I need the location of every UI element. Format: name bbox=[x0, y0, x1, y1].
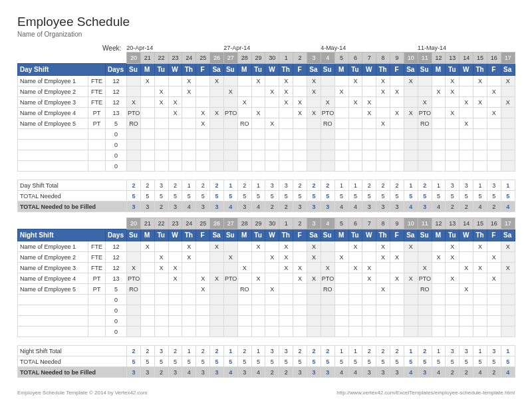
shift-cell[interactable] bbox=[307, 140, 321, 150]
shift-cell[interactable] bbox=[501, 327, 515, 337]
shift-cell[interactable] bbox=[446, 327, 460, 337]
employee-name[interactable] bbox=[18, 150, 88, 161]
shift-cell[interactable]: X bbox=[307, 252, 321, 263]
employee-days[interactable]: 12 bbox=[106, 252, 127, 263]
shift-cell[interactable] bbox=[154, 327, 168, 337]
shift-cell[interactable] bbox=[362, 252, 376, 263]
employee-name[interactable] bbox=[18, 161, 88, 172]
shift-cell[interactable]: X bbox=[265, 252, 279, 263]
shift-cell[interactable] bbox=[362, 161, 376, 172]
shift-cell[interactable] bbox=[265, 108, 279, 118]
employee-type[interactable]: PT bbox=[88, 118, 106, 129]
shift-cell[interactable] bbox=[168, 140, 182, 150]
shift-cell[interactable] bbox=[446, 305, 460, 316]
shift-cell[interactable]: X bbox=[154, 263, 168, 273]
shift-cell[interactable] bbox=[182, 263, 196, 273]
shift-cell[interactable] bbox=[182, 295, 196, 305]
shift-cell[interactable] bbox=[140, 161, 154, 172]
shift-cell[interactable] bbox=[279, 140, 293, 150]
shift-cell[interactable]: X bbox=[376, 86, 390, 97]
shift-cell[interactable] bbox=[154, 273, 168, 284]
shift-cell[interactable] bbox=[140, 327, 154, 337]
shift-cell[interactable] bbox=[223, 118, 237, 129]
shift-cell[interactable]: X bbox=[460, 118, 473, 129]
shift-cell[interactable] bbox=[127, 150, 141, 161]
shift-cell[interactable]: X bbox=[376, 284, 390, 295]
shift-cell[interactable] bbox=[140, 150, 154, 161]
employee-type[interactable] bbox=[88, 161, 106, 172]
shift-cell[interactable] bbox=[404, 316, 418, 327]
shift-cell[interactable]: X bbox=[293, 97, 307, 108]
employee-name[interactable] bbox=[18, 140, 88, 150]
employee-days[interactable]: 0 bbox=[106, 316, 127, 327]
shift-cell[interactable]: X bbox=[237, 263, 251, 273]
shift-cell[interactable] bbox=[140, 263, 154, 273]
shift-cell[interactable] bbox=[321, 129, 334, 140]
shift-cell[interactable] bbox=[307, 161, 321, 172]
shift-cell[interactable] bbox=[154, 140, 168, 150]
shift-cell[interactable] bbox=[293, 327, 307, 337]
shift-cell[interactable] bbox=[196, 263, 210, 273]
shift-cell[interactable]: X bbox=[501, 97, 515, 108]
employee-days[interactable]: 12 bbox=[106, 97, 127, 108]
shift-cell[interactable] bbox=[237, 86, 251, 97]
shift-cell[interactable] bbox=[348, 129, 362, 140]
shift-cell[interactable]: RO bbox=[418, 118, 432, 129]
shift-cell[interactable] bbox=[432, 97, 446, 108]
shift-cell[interactable] bbox=[307, 316, 321, 327]
shift-cell[interactable]: X bbox=[210, 241, 224, 252]
shift-cell[interactable]: X bbox=[460, 284, 473, 295]
shift-cell[interactable] bbox=[279, 161, 293, 172]
shift-cell[interactable] bbox=[432, 305, 446, 316]
shift-cell[interactable] bbox=[210, 305, 224, 316]
shift-cell[interactable] bbox=[404, 263, 418, 273]
employee-name[interactable]: Name of Employee 4 bbox=[18, 273, 88, 284]
shift-cell[interactable] bbox=[432, 273, 446, 284]
employee-type[interactable] bbox=[88, 327, 106, 337]
shift-cell[interactable] bbox=[279, 108, 293, 118]
shift-cell[interactable] bbox=[334, 150, 348, 161]
shift-cell[interactable] bbox=[321, 86, 334, 97]
shift-cell[interactable] bbox=[390, 76, 404, 86]
shift-cell[interactable]: X bbox=[307, 273, 321, 284]
shift-cell[interactable] bbox=[473, 150, 487, 161]
shift-cell[interactable] bbox=[210, 295, 224, 305]
shift-cell[interactable]: X bbox=[418, 263, 432, 273]
shift-cell[interactable] bbox=[307, 263, 321, 273]
shift-cell[interactable] bbox=[362, 76, 376, 86]
employee-days[interactable]: 12 bbox=[106, 241, 127, 252]
shift-cell[interactable] bbox=[210, 118, 224, 129]
employee-days[interactable]: 12 bbox=[106, 76, 127, 86]
shift-cell[interactable] bbox=[487, 97, 501, 108]
shift-cell[interactable] bbox=[460, 150, 473, 161]
shift-cell[interactable] bbox=[432, 129, 446, 140]
shift-cell[interactable]: X bbox=[390, 108, 404, 118]
shift-cell[interactable] bbox=[376, 140, 390, 150]
shift-cell[interactable] bbox=[334, 108, 348, 118]
shift-cell[interactable]: X bbox=[168, 108, 182, 118]
shift-cell[interactable] bbox=[432, 295, 446, 305]
shift-cell[interactable] bbox=[154, 284, 168, 295]
shift-cell[interactable] bbox=[237, 327, 251, 337]
shift-cell[interactable] bbox=[321, 252, 334, 263]
shift-cell[interactable] bbox=[404, 86, 418, 97]
shift-cell[interactable]: X bbox=[168, 97, 182, 108]
shift-cell[interactable] bbox=[196, 295, 210, 305]
shift-cell[interactable] bbox=[376, 327, 390, 337]
shift-cell[interactable] bbox=[237, 150, 251, 161]
shift-cell[interactable] bbox=[390, 241, 404, 252]
shift-cell[interactable] bbox=[432, 108, 446, 118]
shift-cell[interactable] bbox=[168, 316, 182, 327]
shift-cell[interactable] bbox=[307, 305, 321, 316]
shift-cell[interactable] bbox=[376, 129, 390, 140]
shift-cell[interactable] bbox=[154, 129, 168, 140]
shift-cell[interactable] bbox=[376, 161, 390, 172]
shift-cell[interactable] bbox=[348, 252, 362, 263]
shift-cell[interactable] bbox=[362, 150, 376, 161]
shift-cell[interactable] bbox=[334, 241, 348, 252]
shift-cell[interactable]: X bbox=[348, 97, 362, 108]
shift-cell[interactable]: X bbox=[279, 97, 293, 108]
shift-cell[interactable] bbox=[348, 140, 362, 150]
shift-cell[interactable] bbox=[140, 108, 154, 118]
shift-cell[interactable]: X bbox=[154, 86, 168, 97]
